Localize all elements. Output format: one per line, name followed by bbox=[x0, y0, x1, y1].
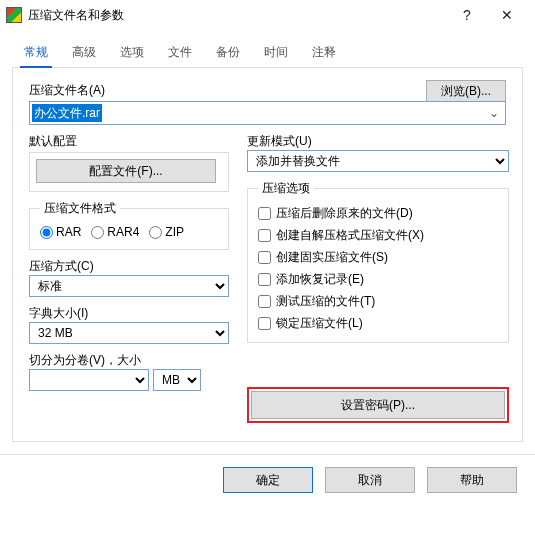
ok-button[interactable]: 确定 bbox=[223, 467, 313, 493]
help-button[interactable]: ? bbox=[447, 0, 487, 30]
opt-sfx[interactable]: 创建自解压格式压缩文件(X) bbox=[258, 227, 498, 244]
tab-comment[interactable]: 注释 bbox=[300, 38, 348, 67]
chevron-down-icon[interactable]: ⌄ bbox=[485, 104, 503, 122]
cancel-button[interactable]: 取消 bbox=[325, 467, 415, 493]
tab-files[interactable]: 文件 bbox=[156, 38, 204, 67]
opt-recovery[interactable]: 添加恢复记录(E) bbox=[258, 271, 498, 288]
update-mode-select[interactable]: 添加并替换文件 bbox=[247, 150, 509, 172]
format-rar4[interactable]: RAR4 bbox=[91, 225, 139, 239]
tab-strip: 常规 高级 选项 文件 备份 时间 注释 bbox=[12, 38, 523, 68]
options-group-label: 压缩选项 bbox=[258, 180, 314, 197]
opt-solid[interactable]: 创建固实压缩文件(S) bbox=[258, 249, 498, 266]
method-label: 压缩方式(C) bbox=[29, 259, 94, 273]
split-size-input[interactable] bbox=[29, 369, 149, 391]
split-label: 切分为分卷(V)，大小 bbox=[29, 353, 141, 367]
titlebar: 压缩文件名和参数 ? ✕ bbox=[0, 0, 535, 30]
dict-select[interactable]: 32 MB bbox=[29, 322, 229, 344]
dialog-buttons: 确定 取消 帮助 bbox=[0, 454, 535, 509]
app-icon bbox=[6, 7, 22, 23]
format-rar[interactable]: RAR bbox=[40, 225, 81, 239]
password-highlight: 设置密码(P)... bbox=[247, 387, 509, 423]
browse-button[interactable]: 浏览(B)... bbox=[426, 80, 506, 102]
tab-backup[interactable]: 备份 bbox=[204, 38, 252, 67]
options-group: 压缩选项 压缩后删除原来的文件(D) 创建自解压格式压缩文件(X) 创建固实压缩… bbox=[247, 180, 509, 343]
profiles-button[interactable]: 配置文件(F)... bbox=[36, 159, 216, 183]
tab-panel-general: 浏览(B)... 压缩文件名(A) 办公文件.rar ⌄ 默认配置 配置文件(F… bbox=[12, 68, 523, 442]
method-select[interactable]: 标准 bbox=[29, 275, 229, 297]
tab-time[interactable]: 时间 bbox=[252, 38, 300, 67]
update-label: 更新模式(U) bbox=[247, 134, 312, 148]
opt-lock[interactable]: 锁定压缩文件(L) bbox=[258, 315, 498, 332]
format-group-label: 压缩文件格式 bbox=[40, 200, 120, 217]
set-password-button[interactable]: 设置密码(P)... bbox=[251, 391, 505, 419]
window-title: 压缩文件名和参数 bbox=[28, 7, 447, 24]
archive-name-value: 办公文件.rar bbox=[32, 104, 102, 122]
tab-general[interactable]: 常规 bbox=[12, 38, 60, 67]
format-zip[interactable]: ZIP bbox=[149, 225, 184, 239]
opt-delete-after[interactable]: 压缩后删除原来的文件(D) bbox=[258, 205, 498, 222]
tab-options[interactable]: 选项 bbox=[108, 38, 156, 67]
archive-name-input[interactable]: 办公文件.rar ⌄ bbox=[29, 101, 506, 125]
profile-group-label: 默认配置 bbox=[29, 134, 77, 148]
dict-label: 字典大小(I) bbox=[29, 306, 88, 320]
opt-test[interactable]: 测试压缩的文件(T) bbox=[258, 293, 498, 310]
help-button-bottom[interactable]: 帮助 bbox=[427, 467, 517, 493]
tab-advanced[interactable]: 高级 bbox=[60, 38, 108, 67]
split-unit-select[interactable]: MB bbox=[153, 369, 201, 391]
close-button[interactable]: ✕ bbox=[487, 0, 527, 30]
format-group: 压缩文件格式 RAR RAR4 ZIP bbox=[29, 200, 229, 250]
